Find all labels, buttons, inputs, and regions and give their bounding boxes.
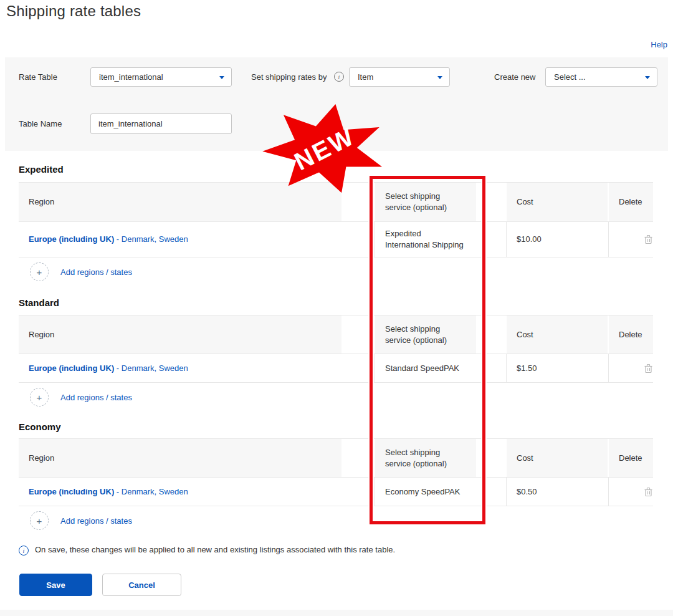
page-bottom-strip (0, 610, 673, 616)
region-link[interactable]: Europe (including UK) - Denmark, Sweden (29, 234, 188, 245)
shipping-service-cell[interactable]: Standard SpeedPAK (375, 354, 476, 382)
add-regions-row: + Add regions / states (19, 257, 653, 286)
help-link[interactable]: Help (651, 40, 667, 49)
col-header-cost: Cost (507, 439, 608, 477)
cost-cell[interactable]: $0.50 (507, 478, 608, 506)
create-new-dropdown[interactable]: Select ... (545, 67, 657, 87)
col-header-delete: Delete (609, 315, 653, 354)
table-name-input[interactable] (90, 113, 232, 134)
col-header-cost: Cost (507, 315, 608, 354)
chevron-down-icon (219, 76, 224, 79)
chevron-down-icon (645, 76, 650, 79)
rate-table-label: Rate Table (19, 72, 57, 82)
region-link[interactable]: Europe (including UK) - Denmark, Sweden (29, 486, 188, 498)
delete-row-button[interactable] (644, 487, 653, 497)
shipping-service-cell[interactable]: Economy SpeedPAK (375, 478, 476, 506)
section-title-economy: Economy (19, 421, 61, 432)
trash-icon (644, 363, 653, 373)
col-header-region: Region (19, 439, 341, 477)
plus-icon: + (37, 516, 42, 526)
table-header-row: Region Select shipping service (optional… (19, 439, 653, 478)
delete-row-button[interactable] (644, 363, 653, 373)
plus-icon: + (37, 267, 42, 277)
trash-icon (644, 487, 653, 497)
col-header-cost: Cost (507, 183, 608, 221)
section-title-expedited: Expedited (19, 164, 64, 175)
shipping-rate-tables-page: Shipping rate tables Help Rate Table ite… (0, 0, 673, 616)
col-header-delete: Delete (609, 439, 653, 477)
add-regions-link[interactable]: Add regions / states (60, 516, 132, 526)
add-regions-link[interactable]: Add regions / states (60, 267, 132, 277)
table-row: Europe (including UK) - Denmark, Sweden … (19, 354, 653, 383)
table-header-row: Region Select shipping service (optional… (19, 315, 653, 354)
save-button[interactable]: Save (19, 574, 92, 596)
cancel-button[interactable]: Cancel (102, 574, 181, 596)
col-header-region: Region (19, 315, 341, 354)
create-new-dropdown-value: Select ... (554, 72, 586, 82)
plus-icon: + (37, 392, 42, 403)
set-rates-dropdown[interactable]: Item (349, 67, 450, 87)
page-title: Shipping rate tables (6, 2, 141, 20)
save-note: i On save, these changes will be applied… (19, 545, 395, 556)
add-regions-button[interactable]: + (30, 511, 49, 530)
table-name-label: Table Name (19, 119, 62, 128)
shipping-service-cell[interactable]: Expedited International Shipping (375, 222, 476, 257)
trash-icon (644, 234, 653, 244)
rate-table-dropdown[interactable]: item_international (90, 67, 232, 87)
create-new-label: Create new (494, 72, 535, 82)
add-regions-button[interactable]: + (30, 388, 49, 407)
new-badge-star: NEW (256, 99, 393, 199)
add-regions-row: + Add regions / states (19, 506, 653, 535)
col-header-service: Select shipping service (optional) (375, 439, 476, 477)
section-title-standard: Standard (19, 297, 59, 308)
economy-table: Region Select shipping service (optional… (19, 438, 653, 535)
add-regions-link[interactable]: Add regions / states (60, 393, 132, 402)
cost-cell[interactable]: $1.50 (507, 354, 608, 382)
standard-table: Region Select shipping service (optional… (19, 315, 653, 411)
cost-cell[interactable]: $10.00 (507, 222, 608, 257)
save-note-text: On save, these changes will be applied t… (35, 545, 395, 554)
col-header-service: Select shipping service (optional) (375, 315, 476, 354)
rate-table-dropdown-value: item_international (99, 72, 163, 82)
region-link[interactable]: Europe (including UK) - Denmark, Sweden (29, 363, 188, 374)
add-regions-button[interactable]: + (30, 262, 49, 281)
set-rates-dropdown-value: Item (358, 72, 373, 82)
info-icon: i (19, 546, 29, 556)
delete-row-button[interactable] (644, 234, 653, 244)
info-icon[interactable]: i (334, 72, 344, 82)
table-row: Europe (including UK) - Denmark, Sweden … (19, 478, 653, 506)
set-rates-label: Set shipping rates by (251, 72, 327, 82)
table-row: Europe (including UK) - Denmark, Sweden … (19, 222, 653, 257)
add-regions-row: + Add regions / states (19, 383, 653, 411)
col-header-delete: Delete (609, 183, 653, 221)
chevron-down-icon (437, 76, 442, 79)
